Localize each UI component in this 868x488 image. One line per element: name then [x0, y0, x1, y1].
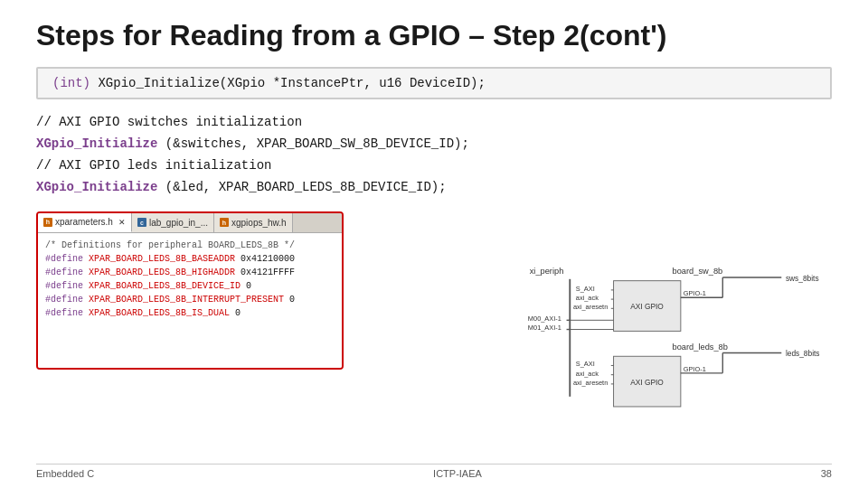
svg-text:GPIO-1: GPIO-1 [684, 365, 706, 373]
tab-xgpiops[interactable]: h xgpiops_hw.h [214, 213, 293, 232]
define-line-3: #define XPAR_BOARD_LEDS_8B_DEVICE_ID 0 [45, 279, 335, 293]
code-line-4: XGpio_Initialize (&led, XPAR_BOARD_LEDS_… [36, 177, 832, 199]
tab-icon-c: c [137, 218, 146, 227]
diagram-panel: xi_periph board_sw_8b AXI GPIO GPIO-1 S_… [353, 211, 832, 460]
tab-label-xgpiops: xgpiops_hw.h [231, 218, 287, 228]
footer: Embedded C ICTP-IAEA 38 [36, 464, 832, 479]
footer-center: ICTP-IAEA [433, 468, 482, 479]
svg-text:xi_periph: xi_periph [530, 267, 564, 276]
svg-text:board_sw_8b: board_sw_8b [673, 267, 723, 276]
define-line-2: #define XPAR_BOARD_LEDS_8B_HIGHADDR 0x41… [45, 266, 335, 279]
svg-text:GPIO-1: GPIO-1 [684, 289, 706, 297]
eclipse-content: /* Definitions for peripheral BOARD_LEDS… [38, 233, 342, 368]
svg-text:AXI GPIO: AXI GPIO [630, 302, 664, 311]
define-line-1: #define XPAR_BOARD_LEDS_8B_BASEADDR 0x41… [45, 252, 335, 266]
function-keyword: (int) [52, 76, 90, 90]
tab-icon-h: h [43, 218, 52, 227]
svg-text:leds_8bits: leds_8bits [786, 349, 820, 358]
tab-close-xparameters[interactable]: ✕ [118, 218, 126, 227]
svg-text:axi_ack: axi_ack [576, 369, 599, 377]
svg-text:S_AXI: S_AXI [576, 360, 595, 368]
slide-title: Steps for Reading from a GPIO – Step 2(c… [36, 18, 832, 52]
slide-container: Steps for Reading from a GPIO – Step 2(c… [0, 0, 868, 488]
svg-text:M00_AXI-1: M00_AXI-1 [528, 314, 561, 323]
function-signature-box: (int) XGpio_Initialize(XGpio *InstancePt… [36, 67, 832, 99]
svg-text:axi_aresetn: axi_aresetn [573, 303, 608, 311]
tab-xparameters[interactable]: h xparameters.h ✕ [38, 213, 132, 232]
tab-label-lab-gpio: lab_gpio_in_... [149, 218, 208, 228]
svg-text:axi_ack: axi_ack [576, 294, 599, 302]
tab-label-xparameters: xparameters.h [55, 217, 113, 227]
svg-text:sws_8bits: sws_8bits [786, 273, 819, 282]
svg-text:S_AXI: S_AXI [576, 285, 595, 293]
main-code-block: // AXI GPIO switches initialization XGpi… [36, 112, 832, 198]
function-signature-text: XGpio_Initialize(XGpio *InstancePtr, u16… [98, 76, 485, 90]
define-comment: /* Definitions for peripheral BOARD_LEDS… [45, 239, 335, 252]
footer-left: Embedded C [36, 468, 94, 479]
define-line-5: #define XPAR_BOARD_LEDS_8B_IS_DUAL 0 [45, 306, 335, 320]
code-line-3: // AXI GPIO leds initialization [36, 155, 832, 177]
tab-icon-h2: h [220, 218, 229, 227]
code-line-1: // AXI GPIO switches initialization [36, 112, 832, 134]
svg-text:board_leds_8b: board_leds_8b [673, 343, 728, 352]
svg-text:M01_AXI-1: M01_AXI-1 [528, 324, 561, 332]
eclipse-panel: h xparameters.h ✕ c lab_gpio_in_... h xg… [36, 211, 344, 370]
footer-right: 38 [821, 468, 832, 479]
svg-text:AXI GPIO: AXI GPIO [630, 378, 664, 387]
axi-gpio-diagram: xi_periph board_sw_8b AXI GPIO GPIO-1 S_… [362, 257, 832, 415]
code-line-2: XGpio_Initialize (&switches, XPAR_BOARD_… [36, 134, 832, 155]
eclipse-tabs: h xparameters.h ✕ c lab_gpio_in_... h xg… [38, 213, 342, 233]
define-line-4: #define XPAR_BOARD_LEDS_8B_INTERRUPT_PRE… [45, 293, 335, 306]
svg-text:axi_aresetn: axi_aresetn [573, 379, 608, 387]
bottom-area: h xparameters.h ✕ c lab_gpio_in_... h xg… [36, 211, 832, 460]
tab-lab-gpio[interactable]: c lab_gpio_in_... [132, 213, 214, 232]
